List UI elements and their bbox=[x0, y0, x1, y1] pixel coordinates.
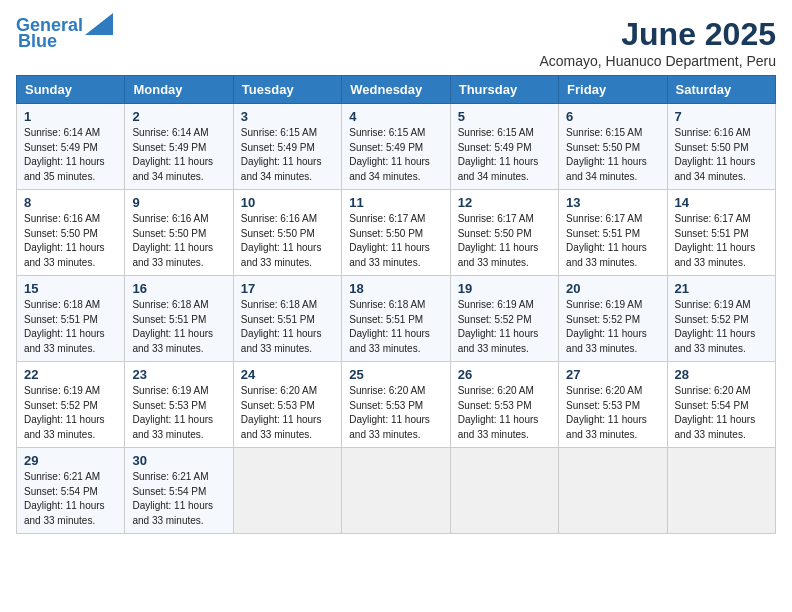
calendar-cell: 22 Sunrise: 6:19 AMSunset: 5:52 PMDaylig… bbox=[17, 362, 125, 448]
svg-marker-0 bbox=[85, 13, 113, 35]
calendar-week-row: 15 Sunrise: 6:18 AMSunset: 5:51 PMDaylig… bbox=[17, 276, 776, 362]
calendar-cell: 14 Sunrise: 6:17 AMSunset: 5:51 PMDaylig… bbox=[667, 190, 775, 276]
day-number: 2 bbox=[132, 109, 225, 124]
day-info: Sunrise: 6:16 AMSunset: 5:50 PMDaylight:… bbox=[132, 213, 213, 268]
column-header-wednesday: Wednesday bbox=[342, 76, 450, 104]
day-number: 13 bbox=[566, 195, 659, 210]
calendar-cell: 1 Sunrise: 6:14 AMSunset: 5:49 PMDayligh… bbox=[17, 104, 125, 190]
day-number: 14 bbox=[675, 195, 768, 210]
title-block: June 2025 Acomayo, Huanuco Department, P… bbox=[539, 16, 776, 69]
day-info: Sunrise: 6:18 AMSunset: 5:51 PMDaylight:… bbox=[241, 299, 322, 354]
day-info: Sunrise: 6:17 AMSunset: 5:51 PMDaylight:… bbox=[675, 213, 756, 268]
calendar-cell: 12 Sunrise: 6:17 AMSunset: 5:50 PMDaylig… bbox=[450, 190, 558, 276]
calendar-cell: 17 Sunrise: 6:18 AMSunset: 5:51 PMDaylig… bbox=[233, 276, 341, 362]
day-number: 20 bbox=[566, 281, 659, 296]
day-info: Sunrise: 6:19 AMSunset: 5:52 PMDaylight:… bbox=[675, 299, 756, 354]
day-info: Sunrise: 6:18 AMSunset: 5:51 PMDaylight:… bbox=[24, 299, 105, 354]
calendar-cell: 19 Sunrise: 6:19 AMSunset: 5:52 PMDaylig… bbox=[450, 276, 558, 362]
day-number: 15 bbox=[24, 281, 117, 296]
day-number: 1 bbox=[24, 109, 117, 124]
calendar-cell: 20 Sunrise: 6:19 AMSunset: 5:52 PMDaylig… bbox=[559, 276, 667, 362]
day-number: 21 bbox=[675, 281, 768, 296]
calendar-cell: 2 Sunrise: 6:14 AMSunset: 5:49 PMDayligh… bbox=[125, 104, 233, 190]
month-year: June 2025 bbox=[539, 16, 776, 53]
day-info: Sunrise: 6:16 AMSunset: 5:50 PMDaylight:… bbox=[675, 127, 756, 182]
calendar-header-row: SundayMondayTuesdayWednesdayThursdayFrid… bbox=[17, 76, 776, 104]
day-info: Sunrise: 6:17 AMSunset: 5:50 PMDaylight:… bbox=[349, 213, 430, 268]
day-number: 25 bbox=[349, 367, 442, 382]
day-number: 18 bbox=[349, 281, 442, 296]
day-info: Sunrise: 6:15 AMSunset: 5:49 PMDaylight:… bbox=[458, 127, 539, 182]
day-number: 4 bbox=[349, 109, 442, 124]
day-info: Sunrise: 6:21 AMSunset: 5:54 PMDaylight:… bbox=[24, 471, 105, 526]
calendar-cell: 5 Sunrise: 6:15 AMSunset: 5:49 PMDayligh… bbox=[450, 104, 558, 190]
day-info: Sunrise: 6:20 AMSunset: 5:53 PMDaylight:… bbox=[458, 385, 539, 440]
calendar-cell bbox=[450, 448, 558, 534]
day-info: Sunrise: 6:18 AMSunset: 5:51 PMDaylight:… bbox=[349, 299, 430, 354]
day-info: Sunrise: 6:15 AMSunset: 5:49 PMDaylight:… bbox=[241, 127, 322, 182]
day-number: 28 bbox=[675, 367, 768, 382]
day-number: 26 bbox=[458, 367, 551, 382]
day-info: Sunrise: 6:17 AMSunset: 5:50 PMDaylight:… bbox=[458, 213, 539, 268]
calendar-cell: 10 Sunrise: 6:16 AMSunset: 5:50 PMDaylig… bbox=[233, 190, 341, 276]
day-info: Sunrise: 6:20 AMSunset: 5:53 PMDaylight:… bbox=[566, 385, 647, 440]
day-number: 8 bbox=[24, 195, 117, 210]
page-header: General Blue June 2025 Acomayo, Huanuco … bbox=[16, 16, 776, 69]
day-info: Sunrise: 6:20 AMSunset: 5:53 PMDaylight:… bbox=[349, 385, 430, 440]
calendar-cell bbox=[233, 448, 341, 534]
day-number: 22 bbox=[24, 367, 117, 382]
calendar-cell bbox=[559, 448, 667, 534]
day-number: 19 bbox=[458, 281, 551, 296]
day-number: 17 bbox=[241, 281, 334, 296]
calendar-cell: 26 Sunrise: 6:20 AMSunset: 5:53 PMDaylig… bbox=[450, 362, 558, 448]
calendar-week-row: 22 Sunrise: 6:19 AMSunset: 5:52 PMDaylig… bbox=[17, 362, 776, 448]
day-info: Sunrise: 6:18 AMSunset: 5:51 PMDaylight:… bbox=[132, 299, 213, 354]
calendar-cell: 21 Sunrise: 6:19 AMSunset: 5:52 PMDaylig… bbox=[667, 276, 775, 362]
column-header-friday: Friday bbox=[559, 76, 667, 104]
logo-blue: Blue bbox=[18, 32, 57, 52]
calendar-cell bbox=[342, 448, 450, 534]
calendar-cell: 23 Sunrise: 6:19 AMSunset: 5:53 PMDaylig… bbox=[125, 362, 233, 448]
column-header-saturday: Saturday bbox=[667, 76, 775, 104]
calendar-week-row: 29 Sunrise: 6:21 AMSunset: 5:54 PMDaylig… bbox=[17, 448, 776, 534]
day-info: Sunrise: 6:15 AMSunset: 5:49 PMDaylight:… bbox=[349, 127, 430, 182]
day-number: 16 bbox=[132, 281, 225, 296]
column-header-tuesday: Tuesday bbox=[233, 76, 341, 104]
day-info: Sunrise: 6:20 AMSunset: 5:54 PMDaylight:… bbox=[675, 385, 756, 440]
calendar-cell: 9 Sunrise: 6:16 AMSunset: 5:50 PMDayligh… bbox=[125, 190, 233, 276]
calendar-week-row: 1 Sunrise: 6:14 AMSunset: 5:49 PMDayligh… bbox=[17, 104, 776, 190]
calendar-table: SundayMondayTuesdayWednesdayThursdayFrid… bbox=[16, 75, 776, 534]
calendar-cell: 11 Sunrise: 6:17 AMSunset: 5:50 PMDaylig… bbox=[342, 190, 450, 276]
day-info: Sunrise: 6:16 AMSunset: 5:50 PMDaylight:… bbox=[24, 213, 105, 268]
logo-icon bbox=[85, 13, 113, 35]
day-number: 3 bbox=[241, 109, 334, 124]
logo: General Blue bbox=[16, 16, 113, 52]
location: Acomayo, Huanuco Department, Peru bbox=[539, 53, 776, 69]
calendar-cell: 3 Sunrise: 6:15 AMSunset: 5:49 PMDayligh… bbox=[233, 104, 341, 190]
day-number: 5 bbox=[458, 109, 551, 124]
day-info: Sunrise: 6:19 AMSunset: 5:52 PMDaylight:… bbox=[458, 299, 539, 354]
calendar-cell: 13 Sunrise: 6:17 AMSunset: 5:51 PMDaylig… bbox=[559, 190, 667, 276]
calendar-cell: 4 Sunrise: 6:15 AMSunset: 5:49 PMDayligh… bbox=[342, 104, 450, 190]
calendar-cell: 29 Sunrise: 6:21 AMSunset: 5:54 PMDaylig… bbox=[17, 448, 125, 534]
day-number: 10 bbox=[241, 195, 334, 210]
day-info: Sunrise: 6:14 AMSunset: 5:49 PMDaylight:… bbox=[132, 127, 213, 182]
calendar-cell: 7 Sunrise: 6:16 AMSunset: 5:50 PMDayligh… bbox=[667, 104, 775, 190]
calendar-cell: 6 Sunrise: 6:15 AMSunset: 5:50 PMDayligh… bbox=[559, 104, 667, 190]
calendar-cell: 25 Sunrise: 6:20 AMSunset: 5:53 PMDaylig… bbox=[342, 362, 450, 448]
day-number: 11 bbox=[349, 195, 442, 210]
day-info: Sunrise: 6:17 AMSunset: 5:51 PMDaylight:… bbox=[566, 213, 647, 268]
day-number: 12 bbox=[458, 195, 551, 210]
day-number: 29 bbox=[24, 453, 117, 468]
calendar-cell: 15 Sunrise: 6:18 AMSunset: 5:51 PMDaylig… bbox=[17, 276, 125, 362]
day-info: Sunrise: 6:21 AMSunset: 5:54 PMDaylight:… bbox=[132, 471, 213, 526]
day-info: Sunrise: 6:16 AMSunset: 5:50 PMDaylight:… bbox=[241, 213, 322, 268]
calendar-cell: 8 Sunrise: 6:16 AMSunset: 5:50 PMDayligh… bbox=[17, 190, 125, 276]
day-number: 30 bbox=[132, 453, 225, 468]
calendar-week-row: 8 Sunrise: 6:16 AMSunset: 5:50 PMDayligh… bbox=[17, 190, 776, 276]
column-header-thursday: Thursday bbox=[450, 76, 558, 104]
calendar-cell: 24 Sunrise: 6:20 AMSunset: 5:53 PMDaylig… bbox=[233, 362, 341, 448]
day-number: 23 bbox=[132, 367, 225, 382]
day-info: Sunrise: 6:19 AMSunset: 5:52 PMDaylight:… bbox=[566, 299, 647, 354]
day-info: Sunrise: 6:14 AMSunset: 5:49 PMDaylight:… bbox=[24, 127, 105, 182]
